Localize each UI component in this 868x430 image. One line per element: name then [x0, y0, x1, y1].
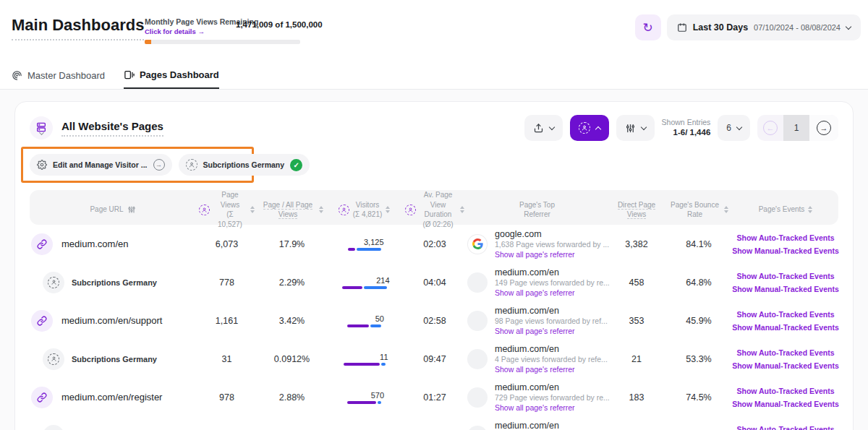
- direct-views-cell: 183: [607, 392, 666, 403]
- events-cell: Show Auto-Tracked Events Show Manual-Tra…: [731, 387, 840, 408]
- date-preset-label: Last 30 Days: [693, 22, 748, 33]
- chip-label: Subcriptions Germany: [203, 160, 285, 169]
- page-size-select[interactable]: 6: [718, 115, 750, 141]
- table-header: Page URL Page Views(Σ 10,527) Page / All…: [30, 190, 838, 225]
- tab-label: Pages Dashboard: [140, 69, 219, 80]
- person-icon-avatar: [43, 425, 64, 430]
- column-label: Av. Page View Duration(Ø 02:26): [420, 190, 456, 229]
- referrer-note: 729 Page views forwarded by re...: [495, 393, 603, 403]
- column-header-2[interactable]: Page / All Page Views: [258, 200, 326, 220]
- page-label: medium.com/en/support: [61, 315, 162, 326]
- date-range-picker[interactable]: Last 30 Days 07/10/2024 - 08/08/2024: [667, 14, 861, 40]
- person-icon: [48, 353, 59, 365]
- person-icon: [339, 205, 349, 215]
- page-views-cell: 31: [196, 354, 258, 364]
- bounce-rate-cell: 45.9%: [666, 316, 731, 326]
- column-header-7[interactable]: Page's Bounce Rate: [666, 200, 731, 220]
- sliders-icon: [625, 123, 636, 134]
- person-icon-avatar: [43, 272, 64, 293]
- tab-master-dashboard[interactable]: Master Dashboard: [12, 69, 105, 89]
- bounce-rate-cell: 74.5%: [666, 392, 731, 403]
- show-all-referrers-link[interactable]: Show all page's referrer: [495, 327, 603, 337]
- show-manual-tracked-link[interactable]: Show Manual-Tracked Events: [732, 361, 839, 370]
- chevron-down-icon: [548, 124, 554, 129]
- table-row: medium.com/en/support 1,161 3.42% 50 02:…: [30, 301, 838, 340]
- show-auto-tracked-link[interactable]: Show Auto-Tracked Events: [737, 272, 835, 280]
- tab-pages-dashboard[interactable]: Pages Dashboard: [124, 69, 219, 89]
- chevron-down-icon: [736, 124, 742, 129]
- table-row: Subcriptions Germany 31 0.0912% 11 09:47…: [30, 340, 838, 378]
- column-header-4[interactable]: Av. Page View Duration(Ø 02:26): [402, 190, 467, 229]
- referrer-note: 1,638 Page views forwarded by ...: [495, 240, 603, 250]
- quota-value: 1,471,009 of 1,500,000: [236, 20, 323, 29]
- events-cell: Show Auto-Tracked Events Show Manual-Tra…: [731, 348, 840, 370]
- column-header-8[interactable]: Page's Events: [731, 205, 840, 215]
- page-url-cell[interactable]: medium.com/en/support: [30, 310, 196, 332]
- sort-icon[interactable]: [808, 206, 812, 213]
- google-icon: [472, 238, 483, 249]
- check-icon[interactable]: ✓: [290, 159, 302, 171]
- page-url-cell[interactable]: medium.com/en: [30, 233, 196, 255]
- show-all-referrers-link[interactable]: Show all page's referrer: [495, 365, 603, 375]
- chip-edit-manage-visitor[interactable]: Edit and Manage Visitor ... →: [30, 154, 172, 176]
- prev-page-button[interactable]: ←: [757, 115, 783, 141]
- show-auto-tracked-link[interactable]: Show Auto-Tracked Events: [737, 310, 835, 319]
- sort-icon[interactable]: [724, 206, 728, 213]
- chip-subcriptions-germany[interactable]: Subcriptions Germany ✓: [179, 154, 310, 176]
- next-page-button[interactable]: →: [809, 115, 838, 141]
- page-url-cell[interactable]: Subcriptions Germany: [30, 348, 196, 370]
- column-header-3[interactable]: Visitors(Σ 4,821): [326, 200, 402, 220]
- page-label: Subcriptions Germany: [72, 278, 157, 287]
- widget-menu-button[interactable]: [30, 116, 53, 139]
- show-auto-tracked-link[interactable]: Show Auto-Tracked Events: [737, 233, 835, 242]
- column-label: Visitors(Σ 4,821): [353, 200, 383, 220]
- page-url-cell[interactable]: Subcriptions Germany: [30, 272, 196, 293]
- show-all-referrers-link[interactable]: Show all page's referrer: [495, 403, 603, 413]
- bounce-rate-cell: 53.3%: [666, 354, 731, 364]
- show-auto-tracked-link[interactable]: Show Auto-Tracked Events: [737, 425, 835, 430]
- page-share-cell: 0.0912%: [258, 354, 326, 364]
- refresh-button[interactable]: ↻: [635, 14, 661, 40]
- shown-entries-value: 1-6/ 1,446: [662, 127, 711, 139]
- link-icon: [37, 392, 47, 403]
- show-auto-tracked-link[interactable]: Show Auto-Tracked Events: [737, 348, 835, 357]
- page-number[interactable]: 1: [783, 115, 809, 141]
- show-auto-tracked-link[interactable]: Show Auto-Tracked Events: [737, 387, 835, 395]
- show-all-referrers-link[interactable]: Show all page's referrer: [495, 288, 603, 298]
- visitors-bar: [342, 286, 387, 289]
- sort-icon[interactable]: [250, 206, 255, 213]
- column-header-1[interactable]: Page Views(Σ 10,527): [196, 190, 258, 229]
- page-url-cell[interactable]: medium.com/en/register: [30, 387, 196, 408]
- sort-icon[interactable]: [460, 206, 464, 213]
- person-icon: [186, 159, 197, 171]
- export-button[interactable]: [524, 115, 563, 141]
- dashboard-tabs: Master Dashboard Pages Dashboard: [0, 69, 868, 90]
- segments-button[interactable]: [570, 115, 609, 141]
- referrer-domain: medium.com/en: [495, 305, 603, 317]
- chevron-down-icon: [38, 130, 43, 135]
- visitors-value: 570: [371, 391, 384, 400]
- show-manual-tracked-link[interactable]: Show Manual-Tracked Events: [732, 246, 839, 255]
- page-size-value: 6: [726, 123, 731, 133]
- show-manual-tracked-link[interactable]: Show Manual-Tracked Events: [732, 323, 839, 332]
- shown-entries: Shown Entries 1-6/ 1,446: [662, 117, 711, 139]
- pages-card: All Website's Pages: [14, 101, 854, 430]
- events-cell: Show Auto-Tracked Events Show Manual-Tra…: [731, 310, 840, 332]
- page-url-cell[interactable]: Subcriptions Germany: [30, 425, 196, 430]
- filters-button[interactable]: [616, 115, 655, 141]
- duration-cell: 09:47: [402, 354, 467, 364]
- column-label: Page URL: [90, 205, 123, 215]
- sort-icon[interactable]: [386, 206, 390, 213]
- pages-icon: [124, 69, 135, 80]
- show-manual-tracked-link[interactable]: Show Manual-Tracked Events: [732, 400, 839, 408]
- arrow-right-circle-icon[interactable]: →: [153, 159, 165, 171]
- table-row: medium.com/en 6,073 17.9% 3,125 02:03 go…: [30, 225, 838, 263]
- page-share-cell: 2.88%: [258, 392, 326, 403]
- sort-icon[interactable]: [319, 206, 323, 213]
- pagination: ← 1 →: [757, 115, 838, 141]
- chevron-down-icon: [640, 124, 646, 129]
- link-icon: [37, 239, 47, 249]
- show-all-referrers-link[interactable]: Show all page's referrer: [495, 250, 603, 260]
- visitors-cell: 570: [326, 391, 402, 404]
- show-manual-tracked-link[interactable]: Show Manual-Tracked Events: [732, 285, 839, 293]
